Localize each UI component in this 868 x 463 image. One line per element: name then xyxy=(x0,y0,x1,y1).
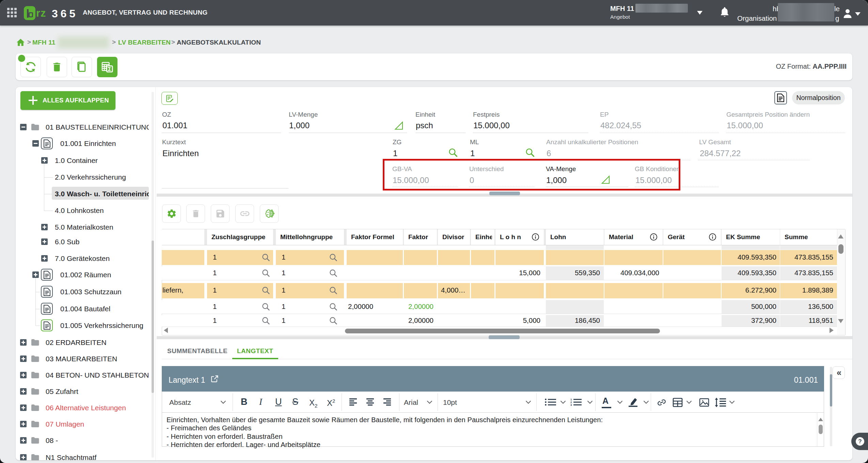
svg-text:3: 3 xyxy=(570,403,572,406)
